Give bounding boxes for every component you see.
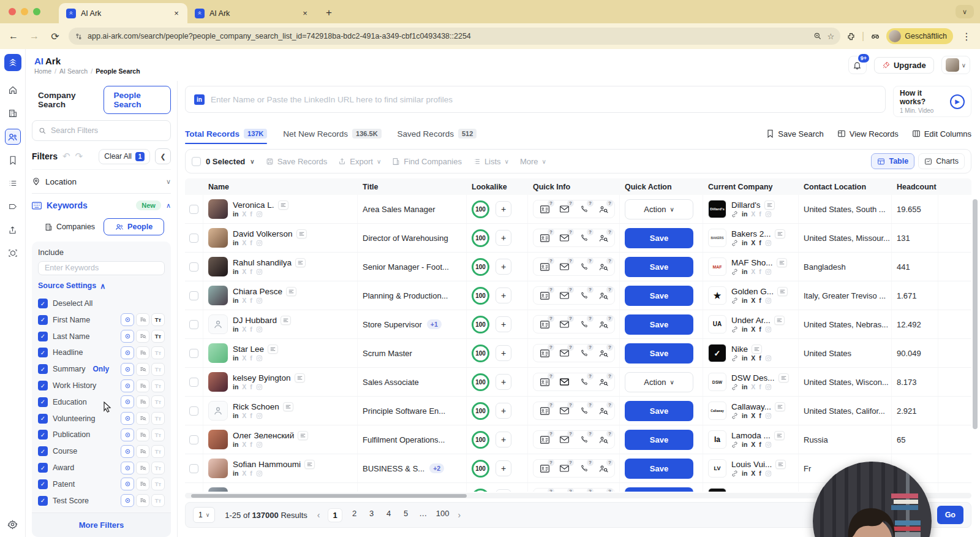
records-tab[interactable]: Net New Records136.5K [283,123,381,144]
linkedin-icon[interactable]: in [742,326,747,333]
how-it-works-card[interactable]: How it works? 1 Min. Video ▶ [893,86,971,117]
sidebar-item-people-icon[interactable] [5,129,21,145]
forward-icon[interactable]: → [27,31,42,42]
page-number[interactable]: 3 [368,509,376,522]
browser-tab[interactable]: AI Ark× [59,3,187,23]
site-info-icon[interactable] [75,32,83,40]
save-button[interactable]: Save [625,286,693,306]
note-icon[interactable] [774,316,785,325]
page-number[interactable]: 1 [328,509,341,522]
phone-icon[interactable]: ? [578,261,590,273]
phone-icon[interactable]: ? [578,318,590,330]
bookmark-star-icon[interactable]: ☆ [827,32,834,41]
row-checkbox[interactable] [189,291,198,300]
company-search-tab[interactable]: Company Search [32,86,100,114]
person-name[interactable]: Rick Schoen [233,402,279,411]
note-icon[interactable] [268,345,278,354]
save-button[interactable]: Save [625,401,693,421]
contact-card-icon[interactable]: ? [538,491,551,492]
find-companies-button[interactable]: Find Companies [392,157,462,166]
instagram-icon[interactable] [765,384,772,390]
save-button[interactable]: Save [625,343,693,364]
redo-icon[interactable]: ↷ [75,151,83,162]
linkedin-icon[interactable]: in [742,211,747,218]
linkedin-icon[interactable]: in [233,384,238,390]
location-filter[interactable]: Location ∨ [32,169,171,194]
company-name[interactable]: Lamoda ... [731,431,771,440]
person-search-icon[interactable]: ? [597,289,609,302]
note-icon[interactable] [777,258,787,267]
note-icon[interactable] [298,431,308,440]
text-case-icon[interactable]: Tт [151,363,165,376]
checkbox-checked[interactable]: ✓ [38,479,48,489]
facebook-icon[interactable]: f [250,240,252,246]
email-icon[interactable]: ? [558,261,570,273]
person-name[interactable]: Veronica L. [233,200,274,210]
checkbox-checked[interactable]: ✓ [38,463,48,473]
vertical-scrollbar[interactable] [973,196,978,537]
add-lookalike-button[interactable]: + [496,345,511,361]
text-case-icon[interactable]: Tт [151,330,165,343]
person-name[interactable]: Star Lee [233,345,264,354]
text-case-icon[interactable]: Tт [151,412,165,425]
sidebar-item-companies-icon[interactable] [5,105,21,121]
save-button[interactable]: Save [625,459,693,479]
email-icon[interactable]: ? [558,318,570,330]
save-button[interactable]: Save [625,487,693,492]
more-button[interactable]: More ∨ [520,157,546,166]
instagram-icon[interactable] [256,413,263,419]
link-icon[interactable] [731,240,738,246]
lists-button[interactable]: Lists ∨ [473,157,509,166]
breadcrumb-item[interactable]: AI Search [59,67,88,75]
link-icon[interactable] [731,268,738,275]
settings-gear-icon[interactable] [5,516,21,532]
instagram-icon[interactable] [256,384,263,390]
select-all-checkbox[interactable] [192,157,201,166]
person-name[interactable]: David Volkerson [233,229,293,238]
contact-card-icon[interactable]: ? [538,376,551,388]
checkbox-checked[interactable]: ✓ [38,414,48,424]
save-records-button[interactable]: Save Records [266,157,328,166]
target-icon[interactable] [121,379,134,392]
clear-all-button[interactable]: Clear All 1 [99,149,150,164]
linkedin-icon[interactable]: in [742,240,747,246]
person-search-icon[interactable]: ? [597,203,609,215]
email-icon[interactable]: ? [558,232,570,244]
instagram-icon[interactable] [765,326,772,333]
facebook-icon[interactable]: f [250,268,252,275]
note-icon[interactable] [278,200,288,210]
back-icon[interactable]: ← [6,31,21,42]
x-icon[interactable]: X [751,211,755,218]
link-icon[interactable] [731,326,738,333]
save-search-button[interactable]: Save Search [766,129,823,139]
text-case-icon[interactable]: Tт [151,313,165,326]
note-icon[interactable] [283,402,293,411]
selected-dropdown[interactable]: 0 Selected ∨ [192,157,255,166]
facebook-icon[interactable]: f [759,268,761,275]
note-icon[interactable] [752,345,762,354]
text-case-icon[interactable]: Tт [151,445,165,458]
email-icon[interactable]: ? [558,405,570,417]
x-icon[interactable]: X [242,268,246,275]
sidebar-item-enrich-icon[interactable] [5,245,21,261]
next-page-icon[interactable]: › [458,510,461,520]
contact-card-icon[interactable]: ? [538,232,551,244]
contact-card-icon[interactable]: ? [538,203,551,215]
person-search-icon[interactable]: ? [597,405,609,417]
company-name[interactable]: MAF Sho... [731,258,773,267]
linkedin-icon[interactable]: in [233,240,238,246]
more-titles-badge[interactable]: +2 [429,463,444,473]
checkbox-checked[interactable]: ✓ [38,381,48,390]
row-checkbox[interactable] [189,205,198,214]
target-icon[interactable] [121,412,134,425]
company-name[interactable]: Under Ar... [731,316,771,325]
facebook-icon[interactable]: f [250,326,252,333]
list-search-icon[interactable] [136,313,149,326]
link-icon[interactable] [731,355,738,362]
list-search-icon[interactable] [136,363,149,376]
text-case-icon[interactable]: Tт [151,462,165,474]
checkbox-checked[interactable]: ✓ [38,348,48,357]
email-icon[interactable]: ? [558,203,570,215]
checkbox-checked[interactable]: ✓ [38,315,48,325]
list-search-icon[interactable] [136,428,149,441]
